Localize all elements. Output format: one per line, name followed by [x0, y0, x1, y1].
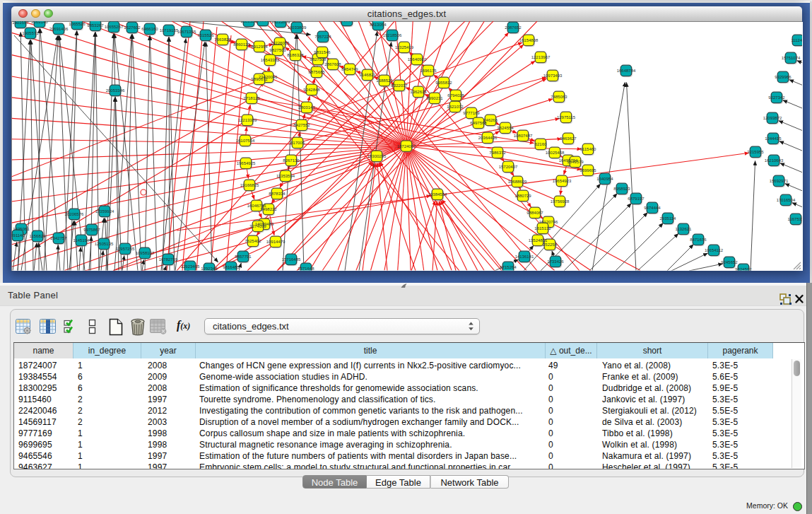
svg-text:9777169: 9777169: [463, 111, 480, 115]
svg-text:9975867: 9975867: [83, 228, 100, 232]
svg-text:1362615: 1362615: [410, 90, 427, 94]
svg-text:1065526: 1065526: [69, 22, 86, 26]
svg-text:8322037: 8322037: [391, 83, 408, 88]
svg-text:3274099: 3274099: [249, 224, 266, 228]
svg-text:1156829: 1156829: [30, 234, 47, 238]
svg-text:15692971: 15692971: [770, 179, 789, 183]
svg-text:12923465: 12923465: [181, 264, 200, 269]
svg-text:17957255: 17957255: [116, 247, 135, 251]
svg-text:1244415: 1244415: [765, 136, 782, 141]
svg-text:23226055: 23226055: [271, 41, 290, 45]
svg-text:9242848: 9242848: [303, 88, 320, 92]
svg-text:9857791: 9857791: [235, 255, 252, 259]
svg-text:9955812: 9955812: [435, 81, 452, 85]
svg-text:8427552: 8427552: [293, 123, 310, 127]
svg-text:16033809: 16033809: [288, 25, 307, 30]
svg-text:9463627: 9463627: [560, 136, 577, 141]
svg-text:3215955: 3215955: [747, 150, 764, 154]
svg-text:17359924: 17359924: [95, 209, 114, 214]
svg-text:6497568: 6497568: [470, 121, 487, 125]
svg-text:9245652: 9245652: [721, 260, 738, 264]
svg-text:8813054: 8813054: [339, 18, 355, 23]
svg-text:9329966: 9329966: [775, 75, 792, 79]
svg-text:8990231: 8990231: [426, 96, 443, 100]
svg-text:8813054: 8813054: [370, 23, 387, 27]
svg-text:2087652: 2087652: [505, 25, 522, 30]
svg-text:16120746: 16120746: [539, 220, 558, 224]
svg-text:16648784: 16648784: [617, 69, 636, 73]
svg-text:10807487: 10807487: [514, 134, 533, 138]
svg-text:9884067: 9884067: [526, 211, 543, 215]
svg-text:10973493: 10973493: [543, 74, 563, 78]
svg-text:2069140: 2069140: [31, 20, 48, 24]
svg-text:3498222: 3498222: [260, 207, 277, 211]
svg-text:11325419: 11325419: [395, 45, 414, 49]
svg-text:1527602: 1527602: [124, 25, 141, 30]
svg-text:1880729: 1880729: [514, 194, 531, 198]
svg-text:10914479: 10914479: [266, 240, 286, 244]
svg-text:16543382: 16543382: [261, 58, 280, 62]
svg-text:19654923: 19654923: [553, 179, 572, 183]
svg-text:1292346: 1292346: [201, 267, 218, 271]
svg-text:11353594: 11353594: [276, 174, 295, 178]
svg-text:10719155: 10719155: [160, 28, 179, 33]
svg-text:1063309: 1063309: [254, 18, 271, 23]
svg-text:20691406: 20691406: [49, 27, 69, 31]
svg-text:7515526: 7515526: [197, 33, 214, 37]
svg-text:10671355: 10671355: [177, 30, 196, 34]
svg-text:12213389: 12213389: [238, 118, 257, 122]
svg-text:9474444: 9474444: [644, 206, 661, 210]
svg-text:20053346: 20053346: [106, 88, 125, 93]
svg-text:62160: 62160: [535, 142, 547, 146]
svg-text:9827503: 9827503: [269, 48, 286, 52]
svg-text:9875685: 9875685: [308, 70, 325, 74]
svg-text:1696175: 1696175: [420, 69, 437, 73]
svg-text:12093872: 12093872: [763, 116, 782, 120]
svg-text:817006: 817006: [290, 141, 305, 145]
svg-text:8186328: 8186328: [287, 53, 304, 57]
svg-text:1621072: 1621072: [447, 105, 464, 109]
svg-text:9827508: 9827508: [310, 57, 326, 62]
svg-text:18300295: 18300295: [367, 154, 387, 158]
svg-text:12975115: 12975115: [557, 115, 576, 119]
svg-text:252254: 252254: [543, 243, 558, 247]
svg-text:10654112: 10654112: [705, 248, 724, 252]
svg-text:9816485: 9816485: [223, 265, 240, 269]
svg-text:6794028: 6794028: [447, 93, 464, 98]
svg-text:9146821: 9146821: [359, 73, 376, 77]
svg-text:19654925: 19654925: [237, 161, 256, 165]
svg-text:10688609: 10688609: [508, 180, 527, 184]
svg-text:12505135: 12505135: [95, 242, 114, 246]
svg-text:16782759: 16782759: [159, 257, 178, 262]
svg-text:19218506: 19218506: [383, 33, 402, 37]
svg-text:9831546: 9831546: [314, 50, 331, 54]
svg-text:1649579: 1649579: [567, 160, 584, 164]
svg-text:2803144: 2803144: [298, 105, 315, 110]
svg-text:15751074: 15751074: [782, 56, 801, 60]
svg-text:19384554: 19384554: [428, 192, 447, 197]
svg-text:891140: 891140: [11, 233, 25, 238]
svg-text:18724007: 18724007: [397, 144, 416, 148]
svg-text:1733426: 1733426: [547, 259, 564, 264]
svg-text:1435061: 1435061: [13, 227, 30, 231]
svg-text:1588520: 1588520: [376, 78, 393, 83]
svg-text:9115460: 9115460: [580, 147, 597, 151]
svg-text:1145194: 1145194: [73, 238, 90, 243]
svg-text:9824502: 9824502: [735, 267, 752, 271]
svg-text:1167533: 1167533: [788, 217, 805, 221]
svg-text:19756928: 19756928: [551, 199, 570, 204]
svg-text:16154808: 16154808: [519, 38, 539, 42]
svg-text:1132621: 1132621: [676, 227, 693, 231]
svg-text:7625402: 7625402: [245, 239, 261, 243]
svg-text:10958107: 10958107: [136, 251, 155, 255]
svg-text:2867608: 2867608: [324, 62, 341, 66]
svg-text:20206576: 20206576: [65, 212, 84, 216]
svg-text:8958923: 8958923: [613, 187, 630, 191]
svg-text:2342757: 2342757: [50, 236, 67, 240]
svg-text:15716485: 15716485: [282, 257, 301, 262]
svg-text:16210643: 16210643: [765, 158, 784, 163]
svg-text:111240: 111240: [791, 38, 805, 42]
svg-text:8471676: 8471676: [690, 238, 707, 242]
svg-text:12213967: 12213967: [531, 55, 551, 59]
svg-text:16033809: 16033809: [271, 20, 290, 24]
